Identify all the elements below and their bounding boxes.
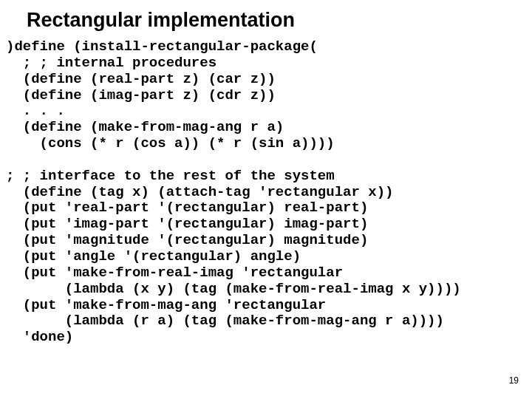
page-number: 19 (509, 375, 519, 386)
code-block: )define (install-rectangular-package( ; … (0, 32, 532, 346)
slide-title: Rectangular implementation (0, 0, 532, 32)
